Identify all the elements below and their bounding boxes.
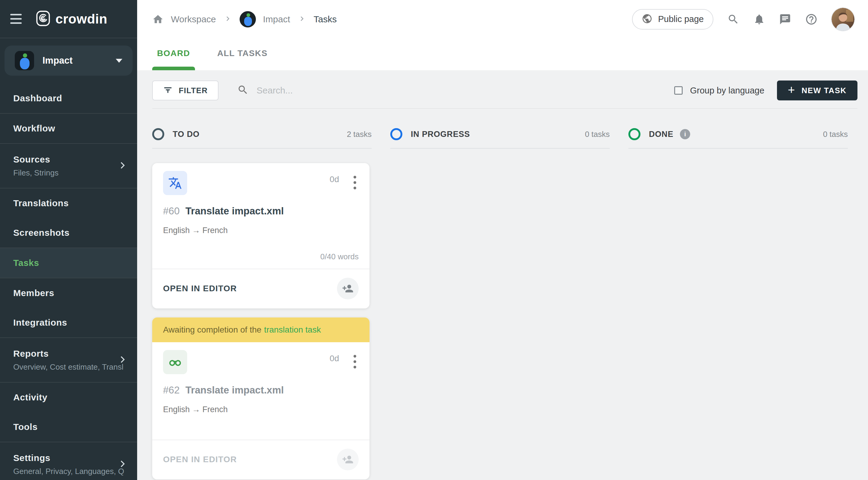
status-circle-done-icon xyxy=(628,128,641,140)
sidebar-nav: Dashboard Workflow Sources Files, String… xyxy=(0,84,137,480)
sidebar-item-sources[interactable]: Sources Files, Strings xyxy=(0,144,137,188)
open-in-editor-link: OPEN IN EDITOR xyxy=(163,455,237,464)
notifications-bell-icon[interactable] xyxy=(753,13,765,25)
breadcrumb-project[interactable]: Impact xyxy=(263,14,290,24)
divider xyxy=(152,148,372,149)
task-card[interactable]: Awaiting completion of the translation t… xyxy=(152,318,370,479)
assign-user-button xyxy=(337,449,359,470)
breadcrumb: Workspace Impact Tasks xyxy=(152,0,855,38)
chevron-right-icon xyxy=(298,14,307,24)
search-icon xyxy=(237,84,249,97)
task-count: 0 tasks xyxy=(823,130,848,139)
crowdin-logo-icon xyxy=(36,10,50,27)
sidebar-header: crowdin xyxy=(0,0,137,38)
status-circle-todo-icon xyxy=(152,128,164,140)
task-id: #60 xyxy=(163,205,180,216)
divider xyxy=(152,108,858,109)
kebab-menu-icon[interactable] xyxy=(351,175,359,190)
breadcrumb-project-avatar xyxy=(240,11,256,27)
home-icon[interactable] xyxy=(152,13,164,25)
breadcrumb-tasks: Tasks xyxy=(314,14,337,24)
help-icon[interactable] xyxy=(805,13,818,26)
chevron-right-icon xyxy=(223,14,232,24)
group-by-language-toggle[interactable]: Group by language xyxy=(674,86,764,96)
tab-all-tasks[interactable]: ALL TASKS xyxy=(213,49,273,70)
toolbar: FILTER Group by language + NEW TASK xyxy=(152,81,858,100)
column-header: IN PROGRESS 0 tasks xyxy=(390,127,610,142)
board-column-done: DONE i 0 tasks xyxy=(628,127,848,479)
board-column-todo: TO DO 2 tasks xyxy=(152,127,372,479)
language-pair: English → French xyxy=(163,405,359,414)
translate-task-icon xyxy=(163,171,187,195)
project-avatar xyxy=(15,51,34,70)
words-progress: 0/40 words xyxy=(163,252,359,269)
new-task-button[interactable]: + NEW TASK xyxy=(777,81,858,100)
column-header: DONE i 0 tasks xyxy=(628,127,848,142)
task-board: TO DO 2 tasks xyxy=(152,127,858,479)
proofread-task-icon xyxy=(163,350,187,374)
filter-button[interactable]: FILTER xyxy=(152,81,218,100)
translation-task-link[interactable]: translation task xyxy=(264,325,321,335)
group-by-language-checkbox[interactable] xyxy=(674,86,683,95)
sidebar-item-translations[interactable]: Translations xyxy=(0,188,137,218)
globe-icon xyxy=(642,13,652,25)
public-page-button[interactable]: Public page xyxy=(632,9,713,30)
sidebar-item-members[interactable]: Members xyxy=(0,278,137,308)
column-header: TO DO 2 tasks xyxy=(152,127,372,142)
tab-board[interactable]: BOARD xyxy=(152,49,195,70)
crowdin-app: crowdin Impact Dashboard Workflow Source… xyxy=(0,0,868,480)
user-avatar[interactable] xyxy=(832,8,855,31)
sidebar-item-reports[interactable]: Reports Overview, Cost estimate, Transl… xyxy=(0,338,137,382)
divider xyxy=(390,148,610,149)
crowdin-logo-text: crowdin xyxy=(56,11,107,27)
card-list: 0d #60 Translate impact.xml English → Fr… xyxy=(152,163,372,479)
hamburger-menu-icon[interactable] xyxy=(10,14,22,24)
content-area: FILTER Group by language + NEW TASK xyxy=(137,70,868,480)
view-tabs: BOARD ALL TASKS xyxy=(152,49,273,70)
sidebar: crowdin Impact Dashboard Workflow Source… xyxy=(0,0,137,480)
sidebar-item-activity[interactable]: Activity xyxy=(0,383,137,412)
task-title: #60 Translate impact.xml xyxy=(163,205,359,217)
sidebar-item-tasks[interactable]: Tasks xyxy=(0,248,137,278)
task-id: #62 xyxy=(163,384,180,396)
task-count: 2 tasks xyxy=(347,130,372,139)
status-circle-in-progress-icon xyxy=(390,128,402,140)
header-actions: Public page xyxy=(632,8,855,31)
assign-user-button[interactable] xyxy=(337,278,359,299)
sidebar-item-settings[interactable]: Settings General, Privacy, Languages, Q… xyxy=(0,442,137,480)
sidebar-item-screenshots[interactable]: Screenshots xyxy=(0,218,137,247)
sidebar-item-integrations[interactable]: Integrations xyxy=(0,308,137,337)
messages-icon[interactable] xyxy=(779,13,791,25)
search-icon[interactable] xyxy=(727,13,739,25)
crowdin-logo[interactable]: crowdin xyxy=(36,10,107,27)
divider xyxy=(628,148,848,149)
sidebar-item-tools[interactable]: Tools xyxy=(0,412,137,442)
chevron-down-icon xyxy=(116,59,122,63)
task-card[interactable]: 0d #60 Translate impact.xml English → Fr… xyxy=(152,163,370,308)
plus-icon: + xyxy=(788,84,795,96)
awaiting-banner: Awaiting completion of the translation t… xyxy=(152,318,370,342)
main-area: Workspace Impact Tasks xyxy=(137,0,868,480)
duration-badge: 0d xyxy=(330,354,339,363)
sidebar-item-workflow[interactable]: Workflow xyxy=(0,114,137,143)
filter-icon xyxy=(163,85,173,96)
task-search xyxy=(237,84,430,97)
page-header: Workspace Impact Tasks xyxy=(137,0,868,70)
words-progress xyxy=(163,431,359,440)
breadcrumb-workspace[interactable]: Workspace xyxy=(171,14,216,24)
project-selector[interactable]: Impact xyxy=(4,46,133,76)
duration-badge: 0d xyxy=(330,175,339,184)
info-icon[interactable]: i xyxy=(680,129,690,139)
project-name: Impact xyxy=(42,55,112,66)
board-column-in-progress: IN PROGRESS 0 tasks xyxy=(390,127,610,479)
kebab-menu-icon[interactable] xyxy=(351,354,359,370)
open-in-editor-link[interactable]: OPEN IN EDITOR xyxy=(163,284,237,293)
task-count: 0 tasks xyxy=(585,130,610,139)
language-pair: English → French xyxy=(163,226,359,235)
search-input[interactable] xyxy=(256,85,430,96)
task-title: #62 Translate impact.xml xyxy=(163,384,359,396)
sidebar-item-dashboard[interactable]: Dashboard xyxy=(0,84,137,113)
